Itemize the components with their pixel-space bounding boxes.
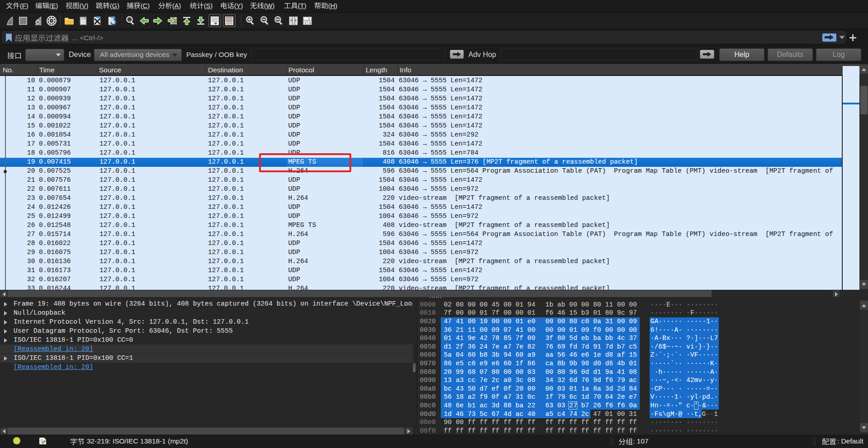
svg-text:1: 1 — [308, 17, 310, 21]
svg-text:3: 3 — [309, 21, 311, 25]
svg-text:2: 2 — [305, 21, 307, 25]
